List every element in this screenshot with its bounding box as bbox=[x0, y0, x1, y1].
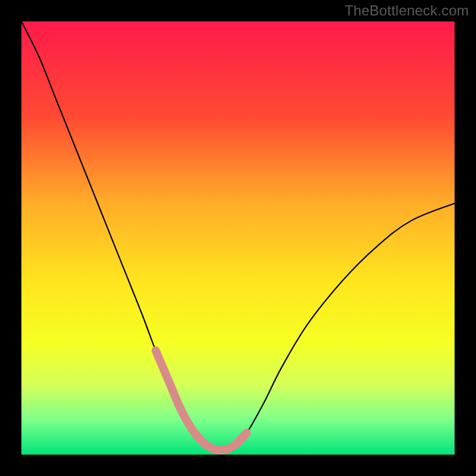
gradient-background bbox=[21, 21, 455, 455]
chart-svg bbox=[21, 21, 455, 455]
chart-frame: TheBottleneck.com bbox=[0, 0, 476, 476]
watermark-label: TheBottleneck.com bbox=[345, 2, 469, 19]
chart-area bbox=[21, 21, 455, 455]
